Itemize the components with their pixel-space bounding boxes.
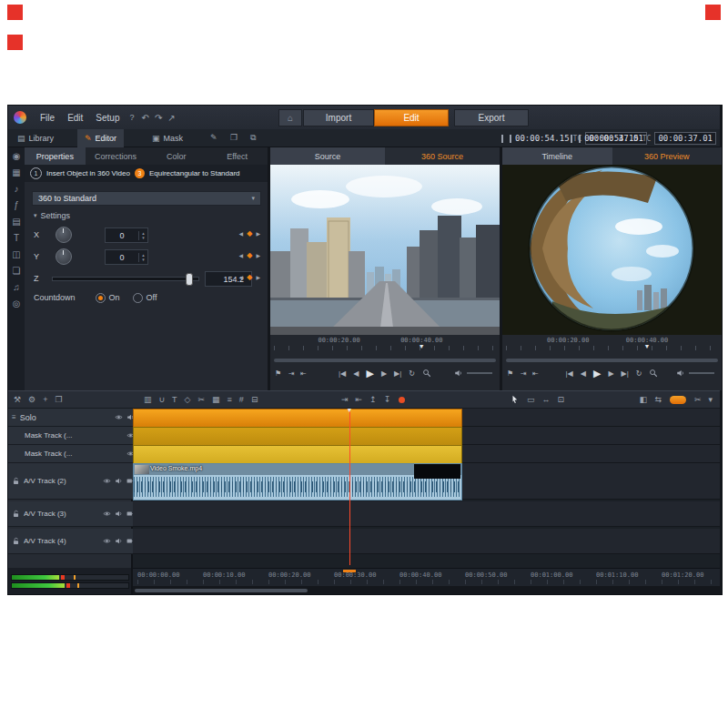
photos-icon[interactable]: ▦: [12, 167, 20, 177]
tab-mask[interactable]: ▣ Mask: [145, 129, 190, 147]
lane-av2[interactable]: Video Smoke.mp4: [133, 463, 720, 500]
grid-icon[interactable]: ▦: [212, 391, 220, 408]
insert-icon[interactable]: ↥: [369, 391, 377, 408]
add-marker-icon[interactable]: +: [43, 391, 47, 408]
mark-in-icon[interactable]: ⇥: [288, 369, 295, 378]
timeline-time-value[interactable]: 00:00:54.15: [584, 134, 639, 143]
lane-av3[interactable]: [133, 501, 720, 527]
text-icon[interactable]: T: [172, 391, 177, 408]
lock-icon[interactable]: [12, 537, 20, 545]
param-z-slider[interactable]: [52, 277, 199, 281]
jump-end-button[interactable]: ▶|: [622, 369, 629, 378]
solo-storyboard-clip[interactable]: [133, 409, 462, 428]
share-icon[interactable]: ↗: [167, 113, 175, 123]
draw-tool-icon[interactable]: ✎: [210, 133, 217, 142]
zoom-icon[interactable]: [649, 369, 658, 378]
toolbox-icon[interactable]: ⚒: [14, 391, 21, 408]
video-camera-icon[interactable]: ◉: [13, 151, 21, 161]
marker-icon[interactable]: ⚑: [275, 369, 281, 378]
scrub-playhead[interactable]: ▼: [419, 343, 425, 349]
track-header-solo[interactable]: ≡ Solo: [8, 409, 138, 427]
magnet-icon[interactable]: ∪: [159, 391, 166, 408]
delete-icon[interactable]: ⊟: [251, 391, 258, 408]
countdown-off-radio[interactable]: [133, 293, 143, 303]
home-button[interactable]: ⌂: [278, 109, 302, 126]
volume-slider[interactable]: [467, 372, 492, 374]
list-icon[interactable]: ≡: [12, 413, 16, 421]
razor-icon[interactable]: ✂: [198, 391, 206, 408]
preview-scrub-bar[interactable]: 00:00:20.00 00:00:40.00 ▼: [502, 335, 722, 357]
trim-in-icon[interactable]: ⇥: [341, 391, 349, 408]
step-forward-button[interactable]: ▶: [608, 369, 613, 378]
smart-mode-toggle[interactable]: [670, 396, 686, 404]
track-header-av4[interactable]: A/V Track (4): [8, 529, 138, 554]
speaker-icon[interactable]: [115, 537, 123, 545]
next-keyframe-icon[interactable]: ▶: [256, 230, 260, 237]
speaker-icon[interactable]: [115, 477, 123, 485]
hscrollbar-thumb[interactable]: [135, 589, 308, 592]
play-button[interactable]: ▶: [593, 368, 601, 379]
eye-icon[interactable]: [103, 477, 111, 485]
keyframe-icon[interactable]: ◇: [185, 391, 191, 408]
pip-icon[interactable]: ❏: [13, 266, 21, 276]
eye-icon[interactable]: [103, 510, 111, 518]
next-keyframe-icon[interactable]: ▶: [256, 252, 260, 258]
timeline-tc-value[interactable]: 00:00:37.01: [654, 132, 716, 145]
settings-section-header[interactable]: ▾ Settings: [34, 211, 70, 220]
dual-preview-icon[interactable]: ⧉: [250, 133, 256, 143]
ruler-playhead-marker[interactable]: [343, 570, 356, 572]
add-keyframe-icon[interactable]: ◆: [247, 273, 252, 281]
menu-setup[interactable]: Setup: [89, 113, 126, 123]
marker-icon[interactable]: ⚑: [507, 369, 513, 378]
speaker-icon[interactable]: [115, 510, 123, 518]
lane-mask2[interactable]: [133, 445, 720, 463]
snap-icon[interactable]: #: [239, 391, 244, 408]
lane-mask1[interactable]: [133, 427, 720, 445]
tab-source[interactable]: Source: [270, 147, 385, 165]
audio-icon[interactable]: ♫: [13, 282, 20, 292]
overwrite-icon[interactable]: ↧: [384, 391, 391, 408]
volume-slider[interactable]: [689, 372, 714, 374]
add-keyframe-icon[interactable]: ◆: [247, 251, 252, 259]
import-button[interactable]: Import: [303, 109, 374, 126]
hand-tool-icon[interactable]: ⊡: [558, 391, 565, 408]
gear-icon[interactable]: ⚙: [28, 391, 35, 408]
lane-solo[interactable]: [133, 409, 720, 427]
source-scrub-bar[interactable]: 00:00:20.00 00:00:40.00 ▼: [270, 335, 500, 357]
copy-icon[interactable]: ❐: [55, 391, 62, 408]
prev-keyframe-icon[interactable]: ◀: [239, 252, 244, 258]
param-y-stepper[interactable]: 0 ▴▾: [105, 249, 148, 265]
tab-properties[interactable]: Properties: [25, 147, 86, 165]
mask-clip-1[interactable]: [133, 427, 462, 446]
tab-color[interactable]: Color: [147, 147, 207, 165]
layers-icon[interactable]: ❐: [230, 133, 238, 142]
param-x-value[interactable]: 0: [106, 231, 138, 240]
edit-button[interactable]: Edit: [374, 109, 449, 126]
eye-icon[interactable]: [115, 413, 123, 421]
record-indicator[interactable]: [399, 397, 405, 403]
spin-down-icon[interactable]: ▾: [142, 236, 145, 240]
eye-icon[interactable]: [103, 537, 111, 545]
tab-library[interactable]: ▤ Library: [10, 129, 61, 147]
tab-360-source[interactable]: 360 Source: [385, 147, 500, 165]
menu-edit[interactable]: Edit: [61, 113, 89, 123]
step-3-label[interactable]: Equirectangular to Standard: [149, 169, 240, 177]
step-1-label[interactable]: Insert Object in 360 Video: [46, 169, 130, 177]
jump-start-button[interactable]: |◀: [566, 369, 573, 378]
montage-icon[interactable]: ▤: [12, 217, 20, 227]
timeline-ruler[interactable]: 00:00:00.00 00:00:10.00 00:00:20.00 00:0…: [133, 568, 720, 586]
zoom-icon[interactable]: [422, 369, 431, 378]
menu-file[interactable]: File: [34, 113, 61, 123]
trim-out-icon[interactable]: ⇤: [356, 391, 363, 408]
slip-tool-icon[interactable]: ↔: [542, 391, 551, 408]
redo-icon[interactable]: ↷: [155, 113, 162, 123]
countdown-off-label[interactable]: Off: [147, 293, 157, 302]
param-x-knob[interactable]: [56, 227, 72, 243]
track-header-av3[interactable]: A/V Track (3): [8, 501, 138, 527]
more-options-icon[interactable]: ▾: [708, 391, 713, 408]
transitions-icon[interactable]: ◫: [12, 249, 20, 259]
playhead-handle[interactable]: ▼: [347, 409, 353, 413]
tab-360-preview[interactable]: 360 Preview: [612, 147, 723, 165]
preview-zoom-scrollbar[interactable]: [506, 359, 718, 362]
mark-in-icon[interactable]: ⇥: [521, 369, 527, 378]
